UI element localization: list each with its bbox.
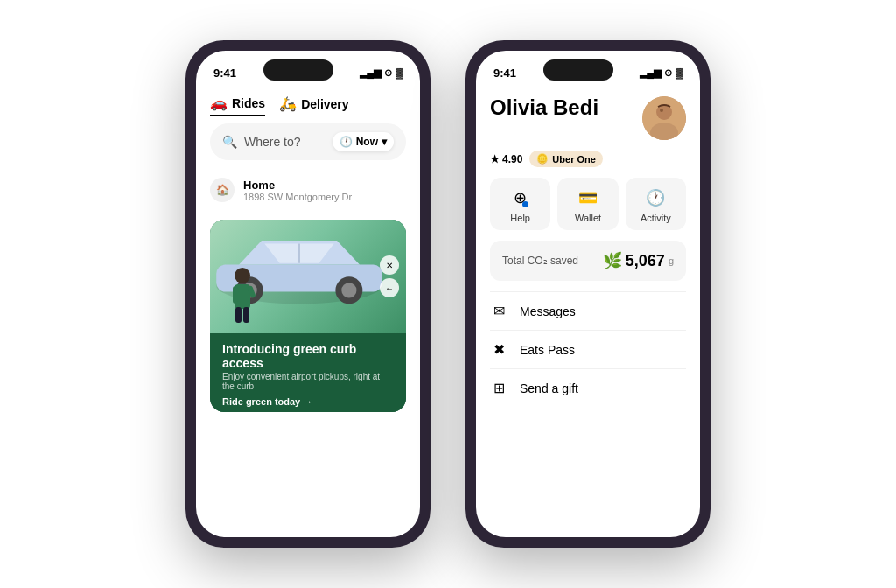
battery-icon-2: ▓ [676, 67, 682, 78]
person-illustration [226, 267, 259, 326]
promo-text: Introducing green curb access Enjoy conv… [210, 333, 406, 412]
promo-cta[interactable]: Ride green today → [222, 396, 394, 407]
activity-icon: 🕐 [646, 188, 665, 207]
action-help[interactable]: ⊕ Help [490, 178, 550, 230]
help-label: Help [510, 213, 530, 223]
back-nav-btn[interactable]: ← [380, 278, 399, 298]
leaf-icon: 🌿 [603, 251, 622, 270]
tabs-row: 🚗 Rides 🛵 Delivery [210, 89, 406, 123]
close-nav-btn[interactable]: ✕ [380, 256, 399, 275]
rating-value: 4.90 [502, 153, 522, 165]
search-left: 🔍 Where to? [222, 135, 301, 149]
promo-card[interactable]: ✕ ← Introducing green curb access Enjoy … [210, 220, 406, 412]
wifi-icon-2: ⊙ [664, 67, 672, 79]
tab-delivery[interactable]: 🛵 Delivery [279, 95, 348, 116]
co2-card: Total CO₂ saved 🌿 5,067 g [490, 241, 686, 281]
battery-icon: ▓ [396, 67, 402, 78]
co2-unit: g [668, 256, 674, 266]
svg-point-7 [234, 268, 250, 284]
eats-label: Eats Pass [520, 343, 575, 357]
search-placeholder: Where to? [244, 135, 301, 149]
messages-icon: ✉ [490, 303, 508, 319]
phone2-time: 9:41 [494, 66, 516, 80]
profile-header: Olivia Bedi [490, 89, 686, 147]
messages-label: Messages [520, 304, 576, 318]
menu-item-gift[interactable]: ⊞ Send a gift [490, 368, 686, 407]
phone1-screen: 9:41 ▂▄▆ ⊙ ▓ 🚗 Rides 🛵 [196, 51, 420, 537]
svg-point-16 [660, 108, 663, 112]
activity-label: Activity [640, 213, 671, 223]
delivery-icon: 🛵 [279, 95, 297, 112]
clock-icon: 🕐 [340, 136, 353, 148]
phone1-time: 9:41 [214, 66, 236, 80]
menu-item-eats[interactable]: ✖ Eats Pass [490, 330, 686, 368]
tab-delivery-label: Delivery [301, 97, 348, 111]
home-icon: 🏠 [210, 178, 234, 202]
profile-name-area: Olivia Bedi [490, 96, 598, 119]
phone-profile: 9:41 ▂▄▆ ⊙ ▓ Olivia Bedi [466, 40, 710, 548]
location-text: Home 1898 SW Montgomery Dr [243, 178, 352, 202]
avatar [642, 96, 686, 140]
promo-title: Introducing green curb access [222, 342, 394, 370]
signal-icon-2: ▂▄▆ [640, 67, 661, 79]
phones-container: 9:41 ▂▄▆ ⊙ ▓ 🚗 Rides 🛵 [0, 0, 896, 588]
uber-one-badge: 🪙 Uber One [529, 150, 603, 167]
svg-rect-11 [235, 307, 242, 323]
phone1-status-icons: ▂▄▆ ⊙ ▓ [360, 67, 402, 79]
gift-icon: ⊞ [490, 380, 508, 396]
action-cards: ⊕ Help 💳 Wallet 🕐 Activity [490, 178, 686, 230]
chevron-down-icon: ▾ [382, 136, 387, 148]
dynamic-island-2 [543, 60, 613, 80]
promo-subtitle: Enjoy convenient airport pickups, right … [222, 372, 394, 391]
phone2-status-bar: 9:41 ▂▄▆ ⊙ ▓ [476, 51, 700, 89]
signal-icon: ▂▄▆ [360, 67, 381, 79]
phone2-screen: 9:41 ▂▄▆ ⊙ ▓ Olivia Bedi [476, 51, 700, 537]
eats-icon: ✖ [490, 341, 508, 358]
wifi-icon: ⊙ [384, 67, 392, 79]
svg-rect-12 [243, 307, 249, 323]
menu-list: ✉ Messages ✖ Eats Pass ⊞ Send a gift [490, 291, 686, 407]
phone-rides: 9:41 ▂▄▆ ⊙ ▓ 🚗 Rides 🛵 [186, 40, 430, 548]
profile-name: Olivia Bedi [490, 96, 598, 119]
gift-label: Send a gift [520, 382, 578, 396]
tab-rides-label: Rides [232, 96, 265, 110]
svg-point-6 [341, 283, 356, 298]
rating-badge: ★ 4.90 [490, 153, 522, 165]
tier-label: Uber One [552, 154, 596, 164]
co2-value-area: 🌿 5,067 g [603, 251, 674, 270]
co2-number: 5,067 [626, 252, 665, 270]
tab-rides[interactable]: 🚗 Rides [210, 94, 265, 116]
location-row[interactable]: 🏠 Home 1898 SW Montgomery Dr [210, 171, 406, 209]
wallet-icon: 💳 [578, 188, 598, 207]
phone2-content: Olivia Bedi [476, 89, 700, 537]
now-button[interactable]: 🕐 Now ▾ [332, 132, 394, 151]
action-activity[interactable]: 🕐 Activity [626, 178, 686, 230]
phone1-status-bar: 9:41 ▂▄▆ ⊙ ▓ [196, 51, 420, 89]
wallet-label: Wallet [575, 213, 601, 223]
avatar-svg [642, 96, 686, 140]
rides-icon: 🚗 [210, 94, 228, 111]
search-bar[interactable]: 🔍 Where to? 🕐 Now ▾ [210, 123, 406, 160]
profile-badges: ★ 4.90 🪙 Uber One [490, 147, 686, 178]
action-wallet[interactable]: 💳 Wallet [557, 178, 618, 230]
location-address: 1898 SW Montgomery Dr [243, 192, 352, 202]
dynamic-island-1 [263, 60, 333, 80]
location-name: Home [243, 178, 352, 192]
help-icon: ⊕ [514, 188, 527, 207]
star-icon: ★ [490, 153, 500, 165]
svg-rect-9 [233, 286, 238, 304]
menu-item-messages[interactable]: ✉ Messages [490, 291, 686, 330]
now-label: Now [356, 136, 378, 148]
co2-label: Total CO₂ saved [502, 255, 578, 267]
search-icon: 🔍 [222, 135, 237, 149]
promo-nav: ✕ ← [380, 256, 399, 298]
phone2-status-icons: ▂▄▆ ⊙ ▓ [640, 67, 682, 79]
notification-dot [522, 201, 528, 207]
phone1-content: 🚗 Rides 🛵 Delivery 🔍 Where to? [196, 89, 420, 537]
avatar-image [642, 96, 686, 140]
uber-one-icon: 🪙 [536, 153, 549, 164]
promo-image: ✕ ← [210, 220, 406, 333]
